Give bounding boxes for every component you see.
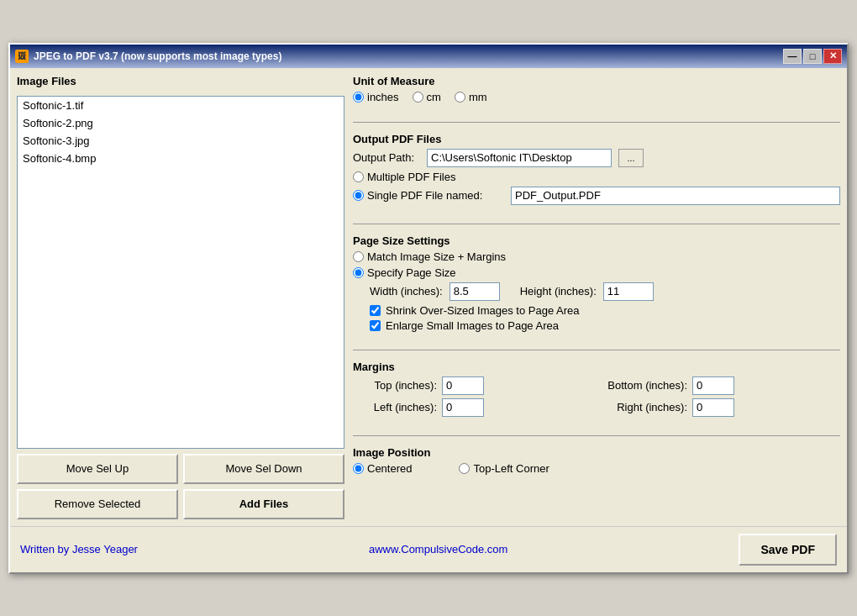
move-buttons-row: Move Sel Up Move Sel Down: [17, 454, 344, 484]
top-left-option[interactable]: Top-Left Corner: [459, 462, 549, 475]
top-label: Top (inches):: [353, 379, 437, 392]
match-image-label: Match Image Size + Margins: [367, 250, 506, 263]
width-label: Width (inches):: [370, 285, 443, 297]
centered-radio[interactable]: [353, 463, 364, 474]
right-panel: Unit of Measure inches cm mm: [353, 75, 840, 519]
title-bar: 🖼 JPEG to PDF v3.7 (now supports most im…: [10, 45, 847, 68]
move-down-button[interactable]: Move Sel Down: [183, 454, 344, 484]
enlarge-checkbox-row: Enlarge Small Images to Page Area: [370, 319, 840, 332]
unit-mm-radio[interactable]: [455, 92, 465, 103]
list-item[interactable]: Softonic-1.tif: [18, 97, 344, 114]
top-margin-item: Top (inches):: [353, 376, 590, 395]
move-up-button[interactable]: Move Sel Up: [17, 454, 178, 484]
multiple-pdf-radio[interactable]: [353, 171, 364, 182]
unit-inches-label: inches: [367, 91, 399, 103]
specify-page-row: Specify Page Size: [353, 266, 840, 279]
page-size-section: Page Size Settings Match Image Size + Ma…: [353, 234, 840, 334]
margins-title: Margins: [353, 361, 840, 373]
website-link[interactable]: awww.CompulsiveCode.com: [369, 543, 507, 555]
bottom-margin-input[interactable]: [692, 376, 734, 395]
right-margin-input[interactable]: [692, 398, 734, 417]
height-label: Height (inches):: [520, 285, 597, 297]
output-path-label: Output Path:: [353, 151, 420, 164]
specify-page-radio[interactable]: [353, 267, 364, 278]
shrink-label: Shrink Over-Sized Images to Page Area: [386, 304, 580, 317]
single-pdf-label: Single PDF File named:: [367, 189, 482, 202]
unit-cm-label: cm: [427, 91, 441, 103]
image-position-row: Centered Top-Left Corner: [353, 462, 840, 475]
height-input[interactable]: [603, 282, 654, 301]
left-panel: Image Files Softonic-1.tif Softonic-2.pn…: [17, 75, 344, 519]
multiple-pdf-option[interactable]: Multiple PDF Files: [353, 171, 455, 183]
divider-4: [353, 435, 840, 436]
margins-grid: Top (inches): Bottom (inches): Left (inc…: [353, 376, 840, 417]
main-window: 🖼 JPEG to PDF v3.7 (now supports most im…: [8, 43, 849, 574]
maximize-button[interactable]: □: [803, 49, 822, 64]
specify-page-option[interactable]: Specify Page Size: [353, 266, 456, 279]
list-item[interactable]: Softonic-3.jpg: [18, 132, 344, 150]
unit-section-title: Unit of Measure: [353, 75, 840, 87]
single-pdf-name-input[interactable]: [511, 187, 840, 205]
unit-cm-option[interactable]: cm: [413, 91, 441, 103]
multiple-pdf-label: Multiple PDF Files: [367, 171, 455, 183]
bottom-label: Bottom (inches):: [603, 379, 687, 392]
unit-cm-radio[interactable]: [413, 92, 423, 103]
left-label: Left (inches):: [353, 401, 437, 413]
window-title: JPEG to PDF v3.7 (now supports most imag…: [34, 50, 281, 62]
shrink-checkbox[interactable]: [370, 305, 381, 316]
output-section-title: Output PDF Files: [353, 133, 840, 145]
unit-inches-option[interactable]: inches: [353, 91, 399, 103]
divider-3: [353, 350, 840, 350]
top-margin-input[interactable]: [442, 376, 484, 395]
output-mode-row: Multiple PDF Files: [353, 171, 840, 183]
title-bar-left: 🖼 JPEG to PDF v3.7 (now supports most im…: [15, 50, 281, 63]
match-image-option[interactable]: Match Image Size + Margins: [353, 250, 506, 263]
single-pdf-row: Single PDF File named:: [353, 187, 840, 205]
centered-option[interactable]: Centered: [353, 462, 412, 475]
output-path-row: Output Path: ...: [353, 149, 840, 167]
top-left-label: Top-Left Corner: [473, 462, 549, 475]
unit-inches-radio[interactable]: [353, 92, 364, 103]
author-text: Written by Jesse Yeager: [20, 543, 138, 555]
left-margin-item: Left (inches):: [353, 398, 590, 417]
unit-mm-option[interactable]: mm: [455, 91, 487, 103]
enlarge-label: Enlarge Small Images to Page Area: [386, 319, 559, 332]
save-pdf-button[interactable]: Save PDF: [739, 534, 837, 566]
divider-2: [353, 224, 840, 224]
single-pdf-option[interactable]: Single PDF File named:: [353, 189, 504, 202]
remove-button[interactable]: Remove Selected: [17, 489, 178, 519]
output-section: Output PDF Files Output Path: ... Multip…: [353, 133, 840, 208]
unit-mm-label: mm: [469, 91, 487, 103]
enlarge-checkbox[interactable]: [370, 320, 381, 331]
margins-section: Margins Top (inches): Bottom (inches): L…: [353, 361, 840, 420]
app-icon: 🖼: [15, 50, 29, 63]
image-position-title: Image Position: [353, 446, 840, 459]
unit-radio-row: inches cm mm: [353, 91, 840, 103]
single-pdf-radio[interactable]: [353, 190, 364, 201]
minimize-button[interactable]: —: [783, 49, 802, 64]
match-image-radio[interactable]: [353, 251, 364, 262]
unit-section: Unit of Measure inches cm mm: [353, 75, 840, 107]
divider-1: [353, 122, 840, 123]
match-image-row: Match Image Size + Margins: [353, 250, 840, 263]
close-button[interactable]: ✕: [823, 49, 842, 64]
right-label: Right (inches):: [603, 401, 687, 413]
file-list[interactable]: Softonic-1.tif Softonic-2.png Softonic-3…: [17, 96, 344, 449]
action-buttons-row: Remove Selected Add Files: [17, 489, 344, 519]
top-left-radio[interactable]: [459, 463, 470, 474]
window-controls: — □ ✕: [783, 49, 842, 64]
footer: Written by Jesse Yeager awww.CompulsiveC…: [10, 526, 847, 572]
width-input[interactable]: [450, 282, 500, 301]
list-item[interactable]: Softonic-2.png: [18, 114, 344, 132]
specify-page-label: Specify Page Size: [367, 266, 456, 279]
image-files-label: Image Files: [17, 75, 344, 87]
bottom-margin-item: Bottom (inches):: [603, 376, 840, 395]
right-margin-item: Right (inches):: [603, 398, 840, 417]
centered-label: Centered: [367, 462, 412, 475]
browse-button[interactable]: ...: [618, 149, 644, 167]
output-path-input[interactable]: [427, 149, 612, 167]
page-dimensions-row: Width (inches): Height (inches):: [370, 282, 840, 301]
list-item[interactable]: Softonic-4.bmp: [18, 150, 344, 167]
left-margin-input[interactable]: [442, 398, 484, 417]
add-files-button[interactable]: Add Files: [183, 489, 344, 519]
